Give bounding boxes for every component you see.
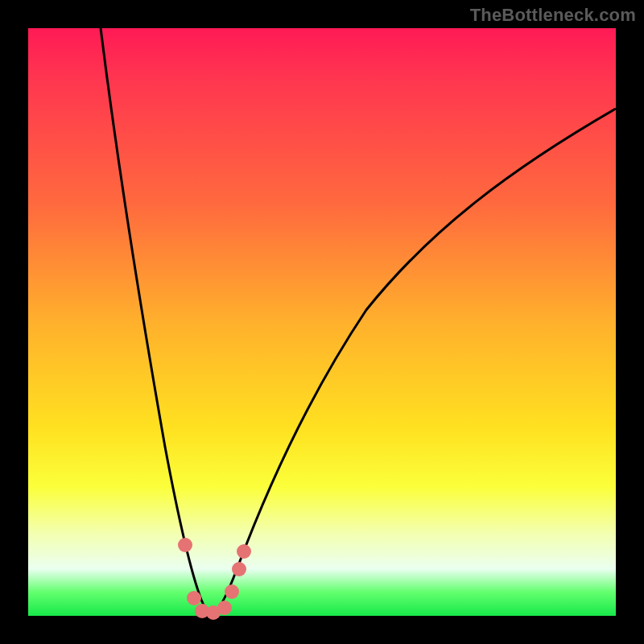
marker-dot bbox=[178, 538, 192, 552]
marker-dot bbox=[187, 591, 201, 605]
marker-dot bbox=[217, 601, 232, 615]
marker-dot bbox=[232, 562, 246, 576]
curve-right-branch bbox=[212, 109, 616, 613]
curve-left-branch bbox=[101, 28, 212, 613]
chart-frame: TheBottleneck.com bbox=[0, 0, 644, 644]
bottleneck-curve-svg bbox=[28, 28, 616, 616]
data-markers bbox=[178, 538, 251, 620]
watermark-text: TheBottleneck.com bbox=[470, 5, 636, 26]
marker-dot bbox=[237, 544, 251, 559]
plot-area bbox=[28, 28, 616, 616]
marker-dot bbox=[225, 584, 239, 599]
